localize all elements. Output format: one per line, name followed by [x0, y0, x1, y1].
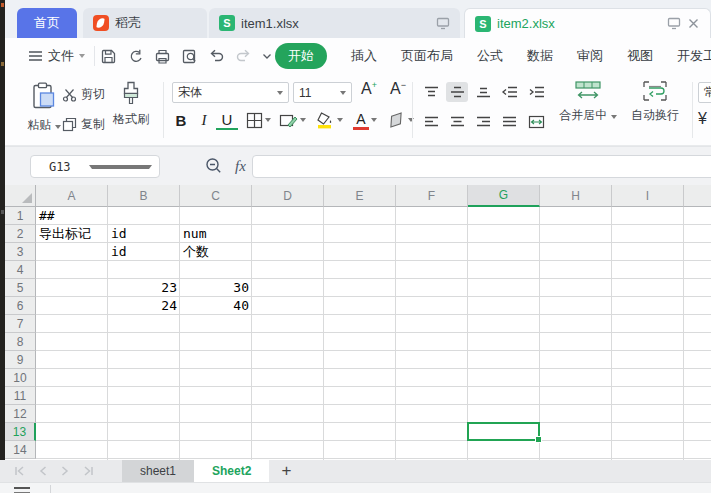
row-header-3[interactable]: 3 [5, 243, 36, 261]
next-sheet-icon[interactable] [61, 466, 69, 476]
align-middle-button[interactable] [446, 82, 468, 102]
menu-tab-开始[interactable]: 开始 [275, 43, 327, 69]
cell-B3[interactable]: id [108, 243, 180, 261]
row-header-6[interactable]: 6 [5, 297, 36, 315]
copy-button[interactable]: 复制 [62, 116, 105, 133]
row-header-4[interactable]: 4 [5, 261, 36, 279]
cell-C3[interactable]: 个数 [180, 243, 252, 261]
first-sheet-icon[interactable] [14, 466, 25, 476]
wrap-text-button[interactable]: 自动换行 [626, 80, 684, 124]
draw-border-button[interactable] [279, 112, 298, 129]
qat-customize-chevron-icon[interactable] [262, 53, 272, 60]
clear-format-eraser-button[interactable] [386, 112, 406, 128]
row-header-8[interactable]: 8 [5, 333, 36, 351]
row-header-10[interactable]: 10 [5, 369, 36, 387]
font-color-button[interactable]: A [353, 111, 369, 130]
cell-C2[interactable]: num [180, 225, 252, 243]
menu-tab-数据[interactable]: 数据 [527, 47, 553, 65]
cut-button[interactable]: 剪切 [62, 86, 105, 103]
align-top-button[interactable] [420, 82, 442, 102]
row-header-13[interactable]: 13 [5, 423, 36, 441]
row-header-7[interactable]: 7 [5, 315, 36, 333]
font-color-dropdown-icon[interactable] [371, 118, 377, 122]
draw-border-dropdown-icon[interactable] [300, 118, 306, 122]
row-header-14[interactable]: 14 [5, 441, 36, 459]
borders-dropdown-icon[interactable] [265, 118, 271, 122]
underline-button[interactable]: U [216, 111, 238, 130]
cell-A2[interactable]: 导出标记 [36, 225, 108, 243]
merge-center-dropdown-icon[interactable] [611, 115, 617, 119]
align-center-button[interactable] [446, 112, 468, 132]
increase-indent-button[interactable] [525, 82, 547, 102]
currency-format-button[interactable]: ¥ [698, 110, 707, 128]
print-preview-icon[interactable] [181, 48, 198, 65]
align-bottom-button[interactable] [472, 82, 494, 102]
column-header-D[interactable]: D [252, 185, 324, 207]
menu-tab-公式[interactable]: 公式 [477, 47, 503, 65]
cell-B6[interactable]: 24 [108, 297, 180, 315]
borders-button[interactable] [246, 112, 263, 129]
tab-home[interactable]: 首页 [17, 8, 77, 38]
cell-B2[interactable]: id [108, 225, 180, 243]
column-header-F[interactable]: F [396, 185, 468, 207]
redo-icon[interactable] [235, 48, 252, 64]
menu-tab-插入[interactable]: 插入 [351, 47, 377, 65]
name-box[interactable]: G13 [30, 155, 160, 178]
menu-tab-开发工具[interactable]: 开发工具 [677, 47, 711, 65]
zoom-formula-icon[interactable] [205, 157, 223, 175]
file-menu-button[interactable]: 文件 [28, 47, 85, 65]
sheet-tab-Sheet2[interactable]: Sheet2 [194, 460, 269, 482]
prev-sheet-icon[interactable] [39, 466, 47, 476]
share-monitor-icon[interactable] [667, 17, 681, 30]
name-box-dropdown-icon[interactable] [89, 165, 153, 169]
clear-format-dropdown-icon[interactable] [408, 118, 414, 122]
print-icon[interactable] [154, 48, 171, 65]
sheet-tab-sheet1[interactable]: sheet1 [122, 460, 194, 482]
column-header-A[interactable]: A [36, 185, 108, 207]
close-icon[interactable] [687, 17, 700, 30]
paste-dropdown-icon[interactable] [55, 125, 61, 129]
export-pdf-icon[interactable] [127, 48, 144, 65]
menu-tab-视图[interactable]: 视图 [627, 47, 653, 65]
font-size-combobox[interactable]: 11 [293, 82, 352, 103]
text-orientation-button[interactable] [525, 112, 547, 132]
menu-tab-审阅[interactable]: 审阅 [577, 47, 603, 65]
tab-docer[interactable]: 稻壳 [83, 8, 207, 38]
column-header-I[interactable]: I [612, 185, 684, 207]
row-header-11[interactable]: 11 [5, 387, 36, 405]
decrease-indent-button[interactable] [498, 82, 520, 102]
column-header-partial[interactable] [684, 185, 711, 207]
column-header-G[interactable]: G [468, 185, 540, 207]
merge-center-button[interactable]: 合并居中 [556, 80, 620, 124]
row-header-2[interactable]: 2 [5, 225, 36, 243]
fx-insert-function-button[interactable]: fx [235, 158, 246, 175]
bold-button[interactable]: B [170, 112, 192, 129]
row-header-9[interactable]: 9 [5, 351, 36, 369]
tab-document-item2-active[interactable]: S item2.xlsx [464, 8, 711, 38]
cell-C6[interactable]: 40 [180, 297, 252, 315]
italic-button[interactable]: I [194, 112, 214, 129]
row-header-1[interactable]: 1 [5, 207, 36, 225]
fill-color-button[interactable] [315, 111, 335, 129]
row-header-5[interactable]: 5 [5, 279, 36, 297]
number-format-combobox[interactable]: 常 [698, 82, 711, 103]
menu-tab-页面布局[interactable]: 页面布局 [401, 47, 453, 65]
column-header-E[interactable]: E [324, 185, 396, 207]
fill-color-dropdown-icon[interactable] [337, 118, 343, 122]
cells-area[interactable]: ##导出标记idnumid个数23302440 [36, 207, 711, 460]
last-sheet-icon[interactable] [83, 466, 94, 476]
cell-C5[interactable]: 30 [180, 279, 252, 297]
align-left-button[interactable] [420, 112, 442, 132]
column-header-C[interactable]: C [180, 185, 252, 207]
select-all-corner[interactable] [5, 185, 36, 207]
row-header-12[interactable]: 12 [5, 405, 36, 423]
formula-input[interactable] [252, 155, 711, 178]
format-painter-button[interactable]: 格式刷 [113, 80, 149, 128]
increase-font-button[interactable]: A+ [361, 80, 377, 98]
share-monitor-icon[interactable] [436, 17, 450, 30]
font-name-combobox[interactable]: 宋体 [172, 82, 289, 103]
paste-button[interactable]: 粘贴 [22, 78, 66, 140]
add-sheet-button[interactable]: + [269, 460, 303, 482]
cell-B5[interactable]: 23 [108, 279, 180, 297]
selected-cell-G13[interactable] [467, 422, 540, 441]
